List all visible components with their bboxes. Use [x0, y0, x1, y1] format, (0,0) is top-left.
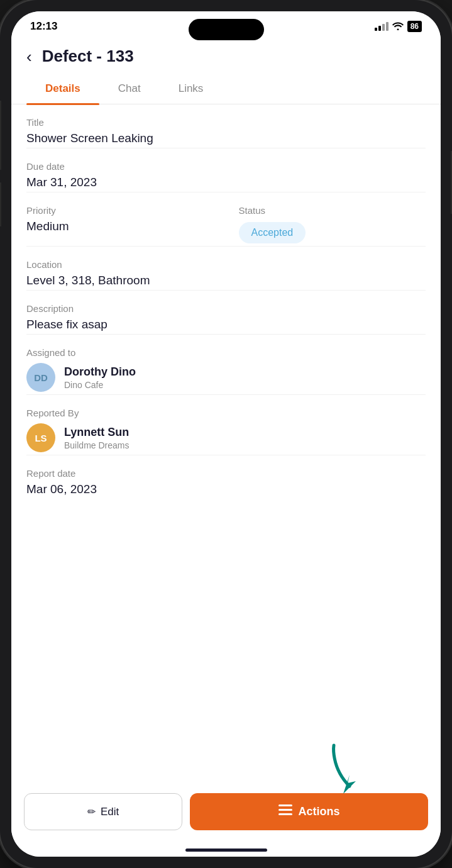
phone-frame: 12:13 86 — [0, 0, 452, 868]
due-date-value: Mar 31, 2023 — [26, 175, 426, 189]
home-indicator — [11, 843, 441, 857]
location-label: Location — [26, 259, 426, 270]
priority-status-row: Priority Medium Status Accepted — [26, 192, 426, 247]
actions-button[interactable]: Actions — [190, 793, 428, 830]
assigned-org: Dino Cafe — [64, 380, 136, 390]
status-badge: Accepted — [239, 222, 306, 243]
assigned-person-row: DD Dorothy Dino Dino Cafe — [26, 363, 426, 392]
reported-avatar: LS — [26, 423, 55, 452]
assigned-section: Assigned to DD Dorothy Dino Dino Cafe — [26, 335, 426, 395]
dynamic-island — [189, 19, 264, 40]
phone-screen: 12:13 86 — [11, 11, 441, 857]
priority-value: Medium — [26, 220, 214, 233]
due-date-field: Due date Mar 31, 2023 — [26, 148, 426, 192]
svg-rect-2 — [278, 809, 292, 811]
tab-links[interactable]: Links — [160, 74, 223, 104]
report-date-value: Mar 06, 2023 — [26, 482, 426, 496]
description-label: Description — [26, 303, 426, 314]
battery-indicator: 86 — [407, 21, 422, 32]
description-field: Description Please fix asap — [26, 291, 426, 335]
assigned-name: Dorothy Dino — [64, 365, 136, 379]
signal-icon — [375, 22, 389, 31]
reported-label: Reported By — [26, 408, 426, 418]
description-value: Please fix asap — [26, 318, 426, 331]
assigned-person-info: Dorothy Dino Dino Cafe — [64, 365, 136, 390]
reported-section: Reported By LS Lynnett Sun Buildme Dream… — [26, 395, 426, 455]
report-date-field: Report date Mar 06, 2023 — [26, 455, 426, 499]
status-col: Status Accepted — [239, 205, 426, 243]
location-field: Location Level 3, 318, Bathroom — [26, 247, 426, 291]
status-icons: 86 — [375, 21, 422, 32]
priority-col: Priority Medium — [26, 205, 214, 243]
volume-down-button — [0, 182, 1, 226]
assigned-avatar: DD — [26, 363, 55, 392]
wifi-icon — [392, 21, 404, 32]
edit-icon: ✏ — [87, 806, 96, 818]
title-value: Shower Screen Leaking — [26, 131, 426, 145]
svg-rect-1 — [278, 804, 292, 806]
bottom-bar: ✏ Edit Actions — [11, 786, 441, 843]
volume-up-button — [0, 126, 1, 170]
reported-person-info: Lynnett Sun Buildme Dreams — [64, 426, 129, 450]
status-time: 12:13 — [30, 20, 57, 33]
actions-icon — [278, 804, 292, 819]
scroll-content: Title Shower Screen Leaking Due date Mar… — [11, 104, 441, 786]
home-bar — [185, 849, 267, 852]
reported-person-row: LS Lynnett Sun Buildme Dreams — [26, 423, 426, 452]
edit-button[interactable]: ✏ Edit — [24, 793, 182, 830]
reported-name: Lynnett Sun — [64, 426, 129, 439]
back-button[interactable]: ‹ — [26, 48, 32, 65]
page-title: Defect - 133 — [42, 47, 134, 66]
tab-chat[interactable]: Chat — [99, 74, 160, 104]
assigned-label: Assigned to — [26, 347, 426, 358]
mute-button — [0, 101, 1, 128]
tab-details[interactable]: Details — [26, 74, 99, 104]
svg-rect-3 — [278, 813, 292, 815]
report-date-label: Report date — [26, 468, 426, 479]
header: ‹ Defect - 133 — [11, 36, 441, 74]
due-date-label: Due date — [26, 161, 426, 172]
status-label: Status — [239, 205, 426, 216]
tabs: Details Chat Links — [11, 74, 441, 104]
app-content: ‹ Defect - 133 Details Chat Links T — [11, 36, 441, 857]
location-value: Level 3, 318, Bathroom — [26, 274, 426, 287]
priority-label: Priority — [26, 205, 214, 216]
reported-org: Buildme Dreams — [64, 440, 129, 450]
title-field: Title Shower Screen Leaking — [26, 104, 426, 148]
title-label: Title — [26, 117, 426, 128]
